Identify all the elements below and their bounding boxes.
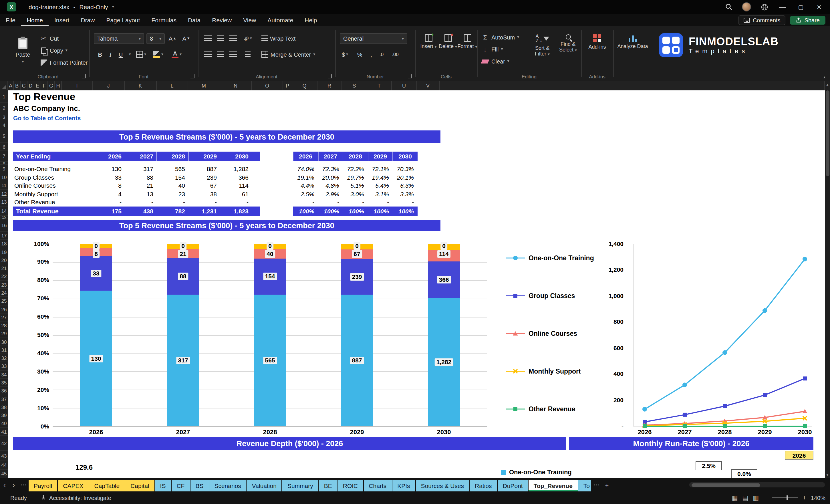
row-header-12[interactable]: 12 [0,190,8,198]
year-header-2026[interactable]: 2026 [93,152,124,161]
pct-cell[interactable]: - [343,198,368,206]
number-dialog-launcher[interactable] [408,74,412,78]
value-cell[interactable]: - [156,198,188,206]
menu-tab-view[interactable]: View [237,14,262,26]
legend-item-monthly-support[interactable]: Monthly Support [506,367,581,376]
row-header-40[interactable]: 40 [0,420,8,428]
increase-decimal-icon[interactable]: .0 [376,49,387,60]
row-header-3[interactable]: 3 [0,113,8,121]
column-header-V[interactable]: V [417,81,440,90]
menu-tab-review[interactable]: Review [206,14,237,26]
pct-cell[interactable]: - [392,198,417,206]
pct-cell[interactable]: 3.3% [392,190,417,198]
row-header-30[interactable]: 30 [0,338,8,346]
pct-cell[interactable]: 3.1% [368,190,392,198]
total-label[interactable]: Total Revenue [16,206,59,216]
tabs-scroll-left-icon[interactable]: ‹ [0,478,9,492]
value-cell[interactable]: 130 [93,165,124,173]
menu-tab-formulas[interactable]: Formulas [146,14,182,26]
row-label-2[interactable]: Online Courses [14,181,56,190]
increase-font-icon[interactable]: A▴ [167,33,177,43]
maximize-button[interactable]: ▢ [796,2,806,12]
sheet-tab-cf[interactable]: CF [171,480,190,492]
total-value-cell[interactable]: 1,231 [188,206,220,216]
total-pct-cell[interactable]: 100% [318,206,343,216]
banner-chart-title[interactable]: Top 5 Revenue Streams ($'000) - 5 years … [13,220,441,231]
sheet-title-cell[interactable]: Top Revenue [13,91,75,103]
column-header-J[interactable]: J [93,81,125,90]
underline-dropdown-icon[interactable]: ▾ [125,49,135,60]
column-header-G[interactable]: G [48,81,55,90]
pct-cell[interactable]: - [368,198,392,206]
total-value-cell[interactable]: 438 [124,206,156,216]
sheet-tab-sources-uses[interactable]: Sources & Uses [416,480,469,492]
comma-format-icon[interactable]: , [366,49,376,60]
row-header-29[interactable]: 29 [0,330,8,338]
pct-year-header-2028[interactable]: 2028 [343,152,368,161]
sheet-tab-captable[interactable]: CapTable [89,480,125,492]
value-cell[interactable]: 154 [156,173,188,181]
column-header-T[interactable]: T [367,81,392,90]
zoom-slider[interactable] [772,497,798,498]
depth-value-cell[interactable]: 129.6 [75,463,93,471]
horizontal-scroll-thumb[interactable] [692,483,760,486]
pct-cell[interactable]: - [318,198,343,206]
normal-view-icon[interactable]: ▦ [732,494,738,501]
pct-year-header-2027[interactable]: 2027 [318,152,343,161]
value-cell[interactable]: 239 [188,173,220,181]
legend-item-online-courses[interactable]: Online Courses [506,329,577,338]
new-sheet-icon[interactable]: + [602,478,612,492]
sheet-tab-to[interactable]: To [578,480,591,492]
value-cell[interactable]: 4 [93,190,124,198]
row-header-6[interactable]: 6 [0,143,8,151]
value-cell[interactable]: 33 [93,173,124,181]
row-header-23[interactable]: 23 [0,281,8,289]
column-header-F[interactable]: F [41,81,48,90]
value-cell[interactable]: 8 [93,181,124,190]
title-chevron-icon[interactable]: ▾ [112,5,114,9]
value-cell[interactable]: 40 [156,181,188,190]
format-painter-button[interactable]: Format Painter [38,57,89,67]
horizontal-scrollbar[interactable] [689,482,825,487]
decrease-font-icon[interactable]: A▾ [181,33,191,43]
column-header-S[interactable]: S [342,81,367,90]
sheet-tab-roic[interactable]: ROIC [338,480,363,492]
pct-cell[interactable]: 19.7% [343,173,368,181]
align-center-icon[interactable] [215,49,225,60]
sheet-tab-capex[interactable]: CAPEX [58,480,88,492]
value-cell[interactable]: 61 [220,190,251,198]
row-label-3[interactable]: Monthly Support [14,190,58,198]
page-layout-view-icon[interactable]: ▤ [742,494,748,501]
pct-cell[interactable]: 72.3% [318,165,343,173]
zoom-in-icon[interactable]: + [802,494,806,501]
pct-cell[interactable]: 4.8% [318,181,343,190]
row-header-43[interactable]: 43 [0,451,8,461]
wrap-text-button[interactable]: Wrap Text [260,33,297,43]
pct-year-header-2029[interactable]: 2029 [368,152,392,161]
row-header-7[interactable]: 7 [0,151,8,162]
pct-year-header-2026[interactable]: 2026 [293,152,318,161]
year-header-2028[interactable]: 2028 [156,152,188,161]
total-pct-cell[interactable]: 100% [392,206,417,216]
value-cell[interactable]: 565 [156,165,188,173]
legend-item-one-on-one-training[interactable]: One-on-One Training [506,253,594,262]
column-header-E[interactable]: E [34,81,41,90]
decrease-indent-icon[interactable] [243,49,253,60]
banner-top-revenue-streams[interactable]: Top 5 Revenue Streams ($'000) - 5 years … [13,130,441,143]
row-header-32[interactable]: 32 [0,354,8,363]
pct-cell[interactable]: 72.1% [368,165,392,173]
paste-button[interactable]: Paste▾ [11,31,34,71]
column-header-O[interactable]: O [252,81,283,90]
value-cell[interactable]: - [220,198,251,206]
row-header-21[interactable]: 21 [0,264,8,273]
scroll-up-icon[interactable]: ▲ [825,81,830,88]
value-cell[interactable]: 21 [124,181,156,190]
row-header-17[interactable]: 17 [0,232,8,240]
copy-button[interactable]: Copy▾ [38,45,89,56]
select-all-corner[interactable] [0,81,8,90]
italic-button[interactable]: I [105,49,116,60]
pct-cell[interactable]: 2.9% [318,190,343,198]
value-cell[interactable]: - [124,198,156,206]
value-cell[interactable]: 13 [124,190,156,198]
value-cell[interactable]: - [93,198,124,206]
